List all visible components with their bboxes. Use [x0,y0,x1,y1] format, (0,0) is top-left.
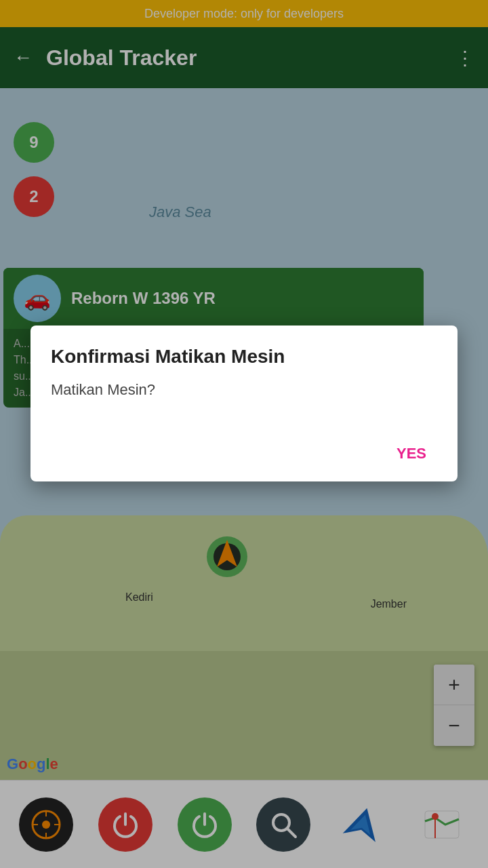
dialog-message: Matikan Mesin? [51,381,437,399]
dialog-actions: YES [51,439,437,468]
dialog-yes-button[interactable]: YES [386,439,437,468]
dialog-title: Konfirmasi Matikan Mesin [51,346,437,368]
confirm-dialog: Konfirmasi Matikan Mesin Matikan Mesin? … [30,326,458,481]
